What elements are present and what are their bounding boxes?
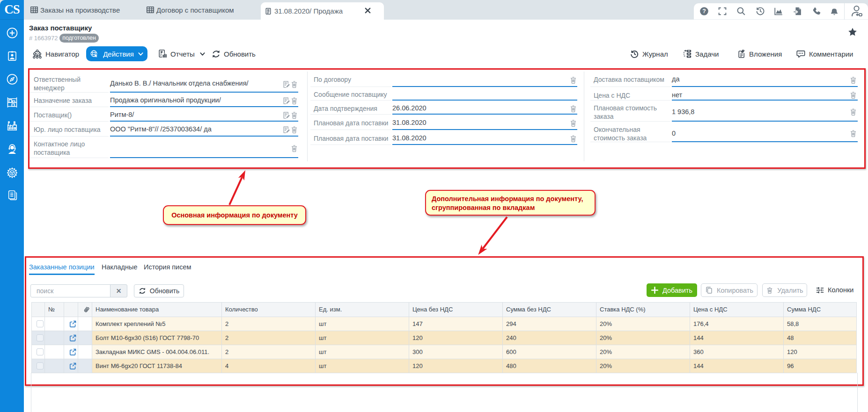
svg-text:?: ?	[702, 8, 706, 14]
